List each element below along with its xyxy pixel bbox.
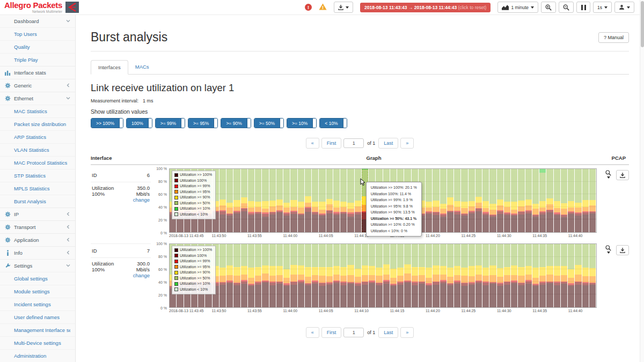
sidebar-item-settings[interactable]: Settings xyxy=(0,259,75,272)
utilization-bar[interactable] xyxy=(347,169,354,232)
utilization-bar[interactable] xyxy=(269,244,276,307)
sidebar-item-mac-protocol-statistics[interactable]: MAC Protocol Statistics xyxy=(0,156,75,169)
manual-button[interactable]: ? Manual xyxy=(598,32,629,43)
utilization-bar[interactable] xyxy=(469,244,475,307)
threshold-toggle[interactable] xyxy=(148,119,152,128)
sidebar-item-dashboard[interactable]: Dashboard xyxy=(0,15,75,27)
utilization-bar[interactable] xyxy=(312,169,318,232)
utilization-bar[interactable] xyxy=(283,244,290,307)
threshold-toggle[interactable] xyxy=(247,119,251,128)
sidebar-item-triple-play[interactable]: Triple Play xyxy=(0,53,75,66)
utilization-bar[interactable] xyxy=(376,244,382,307)
brand-logo[interactable]: Allegro Packets Network Multimeter xyxy=(4,2,79,13)
utilization-bar[interactable] xyxy=(340,169,347,232)
utilization-bar[interactable] xyxy=(312,244,318,307)
sidebar-item-stp-statistics[interactable]: STP Statistics xyxy=(0,169,75,182)
sidebar-item-transport[interactable]: Transport xyxy=(0,220,75,233)
zoom-out-button[interactable] xyxy=(559,2,574,13)
utilization-bar[interactable] xyxy=(262,169,268,232)
pcap-download-button[interactable] xyxy=(616,245,629,255)
threshold-toggle[interactable] xyxy=(214,119,217,128)
utilization-bar[interactable] xyxy=(546,244,553,307)
utilization-bar[interactable] xyxy=(539,244,546,307)
error-alert-icon[interactable]: ! xyxy=(305,4,312,11)
change-link[interactable]: change xyxy=(126,272,150,278)
utilization-bar[interactable] xyxy=(497,169,503,232)
utilization-bar[interactable] xyxy=(305,169,311,232)
utilization-bar[interactable] xyxy=(454,244,460,307)
utilization-bar[interactable] xyxy=(461,169,467,232)
utilization-bar[interactable] xyxy=(326,244,333,307)
threshold-button-95[interactable]: >= 95% xyxy=(188,118,218,128)
sidebar-item-application[interactable]: Application xyxy=(0,233,75,246)
utilization-bar[interactable] xyxy=(575,169,581,232)
tab-interfaces[interactable]: Interfaces xyxy=(91,60,128,75)
sidebar-item-arp-statistics[interactable]: ARP Statistics xyxy=(0,130,75,143)
utilization-bar[interactable] xyxy=(440,169,447,232)
page-last-button[interactable]: Last xyxy=(378,327,398,338)
utilization-bar[interactable] xyxy=(298,169,304,232)
utilization-bar[interactable] xyxy=(461,244,467,307)
page-prev-button[interactable]: « xyxy=(306,327,319,338)
utilization-bar[interactable] xyxy=(383,244,390,307)
page-next-button[interactable]: » xyxy=(400,138,414,149)
utilization-bar[interactable] xyxy=(433,244,439,307)
utilization-bar[interactable] xyxy=(447,169,453,232)
utilization-bar[interactable] xyxy=(426,169,432,232)
sidebar-item-management-interface-settings[interactable]: Management Interface settings xyxy=(0,323,75,336)
page-last-button[interactable]: Last xyxy=(378,138,398,149)
utilization-bar[interactable] xyxy=(575,244,581,307)
page-first-button[interactable]: First xyxy=(321,327,342,338)
utilization-bar[interactable] xyxy=(412,244,418,307)
utilization-bar[interactable] xyxy=(482,244,489,307)
utilization-bar[interactable] xyxy=(248,244,254,307)
sidebar-item-ip[interactable]: IP xyxy=(0,208,75,220)
interval-dropdown-button[interactable]: 1 minute xyxy=(497,2,538,13)
pause-button[interactable] xyxy=(576,2,590,13)
sidebar-item-generic[interactable]: Generic xyxy=(0,79,75,92)
time-range-badge[interactable]: 2018-08-13 11:43:43 → 2018-08-13 11:44:4… xyxy=(360,3,491,12)
threshold-button-90[interactable]: >= 90% xyxy=(221,118,251,128)
utilization-bar[interactable] xyxy=(511,169,517,232)
sidebar-item-top-users[interactable]: Top Users xyxy=(0,27,75,40)
utilization-bar[interactable] xyxy=(319,169,325,232)
utilization-bar[interactable] xyxy=(518,244,524,307)
utilization-bar[interactable] xyxy=(226,244,233,307)
page-input[interactable] xyxy=(343,138,364,148)
utilization-bar[interactable] xyxy=(233,169,240,232)
utilization-bar[interactable] xyxy=(426,244,432,307)
utilization-bar[interactable] xyxy=(369,244,375,307)
threshold-button-10[interactable]: < 10% xyxy=(319,118,347,128)
page-scrollbar[interactable] xyxy=(640,0,644,362)
utilization-bar[interactable] xyxy=(518,169,524,232)
threshold-button-100[interactable]: >> 100% xyxy=(91,118,123,128)
utilization-bar[interactable] xyxy=(489,244,496,307)
utilization-bar[interactable] xyxy=(319,244,325,307)
utilization-bar[interactable] xyxy=(489,169,496,232)
utilization-bar[interactable] xyxy=(568,244,574,307)
utilization-bar[interactable] xyxy=(589,169,596,232)
utilization-bar[interactable] xyxy=(404,244,411,307)
utilization-bar[interactable] xyxy=(475,169,482,232)
utilization-bar[interactable] xyxy=(568,169,574,232)
warning-alert-icon[interactable]: ! xyxy=(319,3,327,12)
utilization-bar[interactable] xyxy=(248,169,254,232)
utilization-bar[interactable] xyxy=(269,169,276,232)
utilization-bar[interactable] xyxy=(525,244,532,307)
tab-macs[interactable]: MACs xyxy=(128,60,156,75)
change-link[interactable]: change xyxy=(126,197,150,203)
utilization-bar[interactable] xyxy=(290,169,297,232)
threshold-button-99[interactable]: >= 99% xyxy=(155,118,185,128)
sidebar-item-interface-stats[interactable]: Interface stats xyxy=(0,66,75,79)
utilization-bar[interactable] xyxy=(255,169,261,232)
sidebar-item-packet-size-distribution[interactable]: Packet size distribution xyxy=(0,117,75,130)
utilization-bar[interactable] xyxy=(511,244,517,307)
utilization-bar[interactable] xyxy=(532,244,539,307)
utilization-bar[interactable] xyxy=(482,169,489,232)
refresh-interval-button[interactable]: 1s xyxy=(593,2,612,13)
export-download-button[interactable] xyxy=(334,2,353,13)
scrollbar-thumb[interactable] xyxy=(641,1,644,47)
sidebar-item-module-settings[interactable]: Module settings xyxy=(0,285,75,298)
utilization-bar[interactable] xyxy=(276,244,283,307)
utilization-bar[interactable] xyxy=(283,169,290,232)
